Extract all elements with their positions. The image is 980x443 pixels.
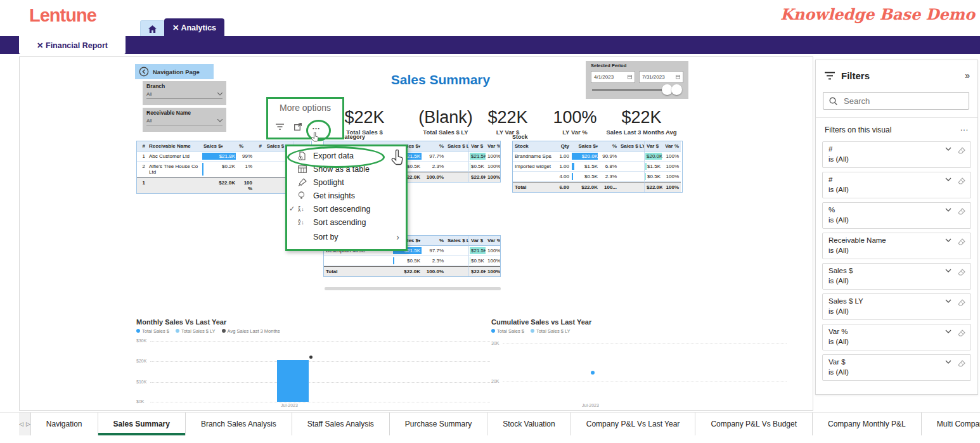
eraser-icon[interactable] <box>958 177 965 184</box>
focus-mode-icon[interactable] <box>294 123 302 131</box>
table-total-cell: 6.00 <box>552 182 571 192</box>
next-page-icon[interactable]: ▷ <box>26 421 30 427</box>
table-cell <box>619 162 644 172</box>
eraser-icon[interactable] <box>958 238 965 245</box>
page-tab-sales-summary[interactable]: Sales Summary <box>98 413 186 435</box>
eraser-icon[interactable] <box>958 330 965 337</box>
page-tab-company-pl-vs-budget[interactable]: Company P&L Vs Budget <box>695 413 813 435</box>
col-header[interactable]: Var $ <box>468 236 486 246</box>
table-total-cell <box>446 266 468 276</box>
table-cell: $21.5K <box>468 246 486 256</box>
page-tab-navigation[interactable]: Navigation <box>31 413 98 435</box>
period-start-input[interactable]: 4/1/2023 <box>591 71 635 83</box>
page-tab-purchase-summary[interactable]: Purchase Summary <box>390 413 487 435</box>
collapse-pane-icon[interactable]: » <box>965 70 970 80</box>
eraser-icon[interactable] <box>958 360 965 367</box>
menu-item-sort-descending[interactable]: ✓ ZA↓ Sort descending <box>287 202 406 215</box>
more-options-annotation-box: More options … <box>266 97 344 139</box>
submenu-chevron-icon: › <box>396 232 399 242</box>
col-header[interactable]: Sales $ LY <box>619 141 644 151</box>
col-header[interactable]: % <box>600 141 619 151</box>
menu-item-sort-by[interactable]: Sort by › <box>287 230 406 243</box>
page-tab-stock-valuation[interactable]: Stock Valuation <box>487 413 571 435</box>
chevron-down-icon[interactable] <box>945 360 951 364</box>
col-header[interactable]: Var % <box>662 141 681 151</box>
chevron-down-icon[interactable] <box>945 299 951 303</box>
page-tab-multi-companies-pl[interactable]: Multi Companies P&L <box>922 413 980 435</box>
navigation-page-label: Navigation Page <box>153 68 200 75</box>
y-tick: $20K <box>136 359 146 363</box>
chevron-down-icon[interactable] <box>945 147 951 151</box>
filter-card-sales-ly[interactable]: Sales $ LY is (All) <box>822 293 971 320</box>
col-header[interactable]: Receivable Name <box>147 141 202 151</box>
section-ellipsis-icon[interactable]: ... <box>960 124 969 132</box>
col-header[interactable]: Stock <box>513 141 552 151</box>
filter-card-receivable-name[interactable]: Receivable Name is (All) <box>822 233 971 259</box>
filter-search-box[interactable] <box>823 92 969 110</box>
point-jul-2023[interactable] <box>591 371 595 375</box>
bar-jul-2023[interactable] <box>277 360 309 402</box>
eraser-icon[interactable] <box>958 147 965 154</box>
eraser-icon[interactable] <box>958 299 965 306</box>
filter-card-sales[interactable]: Sales $ is (All) <box>822 263 971 290</box>
col-header[interactable]: Var % <box>486 236 500 246</box>
col-header[interactable]: % <box>237 141 254 151</box>
menu-item-sort-ascending[interactable]: AZ↓ Sort ascending <box>287 215 406 229</box>
col-header[interactable]: # <box>137 141 147 151</box>
col-header[interactable]: Sales $ LY <box>446 236 468 246</box>
menu-item-spotlight[interactable]: Spotlight <box>287 176 406 189</box>
col-header-sorted[interactable]: Sales $▾ <box>571 141 600 151</box>
period-end-input[interactable]: 7/31/2023 <box>639 71 683 83</box>
avg-marker-jul-2023[interactable] <box>309 356 313 359</box>
sort-ascending-icon: AZ↓ <box>298 219 308 226</box>
col-header[interactable]: Sales $ LY <box>446 141 468 151</box>
table-cell: Imported widget <box>513 162 552 172</box>
page-nav-arrows[interactable]: ◁ ▷ <box>19 413 31 435</box>
legend-dot-blue <box>136 329 140 333</box>
selected-period-slicer[interactable]: Selected Period 4/1/2023 7/31/2023 <box>586 61 688 99</box>
search-input[interactable] <box>842 96 953 106</box>
page-tab-branch-sales-analysis[interactable]: Branch Sales Analysis <box>186 413 292 435</box>
tab-home[interactable] <box>140 20 165 37</box>
navigation-page-button[interactable]: Navigation Page <box>135 64 214 79</box>
col-header-sorted[interactable]: Sales $▾ <box>202 141 237 151</box>
eraser-icon[interactable] <box>958 269 965 276</box>
chevron-down-icon[interactable] <box>945 238 951 242</box>
prev-page-icon[interactable]: ◁ <box>19 421 23 427</box>
tab-analytics[interactable]: ✕ Analytics <box>164 18 224 36</box>
slicer-branch[interactable]: Branch All <box>143 81 226 105</box>
period-slider-handle-end[interactable] <box>671 84 682 95</box>
period-slider-track[interactable] <box>592 89 673 91</box>
legend-dot-gray <box>222 329 226 333</box>
page-title: Sales Summary <box>355 72 526 87</box>
filter-card-var-pct[interactable]: Var % is (All) <box>822 324 971 350</box>
page-tab-company-monthly-pl[interactable]: Company Monthly P&L <box>813 413 922 435</box>
chevron-down-icon[interactable] <box>945 330 951 333</box>
home-icon <box>148 25 157 34</box>
col-header[interactable]: % <box>422 236 446 246</box>
col-header[interactable]: % <box>422 141 446 151</box>
chevron-down-icon[interactable] <box>945 269 951 273</box>
table-cell: 90.9% <box>600 151 619 162</box>
slicer-receivable-name[interactable]: Receivable Name All <box>143 108 226 132</box>
col-header[interactable]: # <box>254 141 264 151</box>
filter-card-num2[interactable]: # is (All) <box>822 172 971 198</box>
col-header[interactable]: Var $ <box>644 141 662 151</box>
eraser-icon[interactable] <box>958 208 965 215</box>
filter-card-pct[interactable]: % is (All) <box>822 202 971 229</box>
filter-condition: is (All) <box>828 307 849 315</box>
filter-card-var[interactable]: Var $ is (All) <box>822 354 971 381</box>
chevron-down-icon[interactable] <box>945 208 951 212</box>
menu-item-get-insights[interactable]: Get insights <box>287 189 406 202</box>
col-header[interactable]: Qty <box>552 141 571 151</box>
legend-dot-lightblue <box>176 329 179 333</box>
col-header[interactable]: Var $ <box>468 141 486 151</box>
filter-icon[interactable] <box>276 124 284 130</box>
tab-financial-report[interactable]: ✕ Financial Report <box>19 36 126 54</box>
chevron-down-icon[interactable] <box>945 177 951 181</box>
page-tab-company-pl-vs-last-year[interactable]: Company P&L Vs Last Year <box>571 413 696 435</box>
col-header[interactable]: Var % <box>486 141 500 151</box>
table-total-cell: 100.0% <box>422 172 446 182</box>
page-tab-staff-sales-analysis[interactable]: Staff Sales Analysis <box>292 413 390 435</box>
filter-card-num1[interactable]: # is (All) <box>822 141 971 168</box>
